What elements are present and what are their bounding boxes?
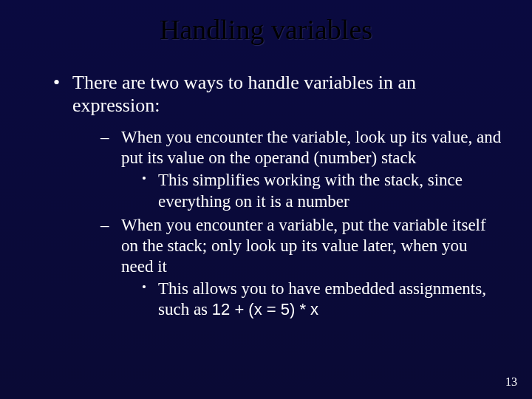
bullet-list-level2: When you encounter the variable, look up… [72,127,502,319]
page-number: 13 [505,375,517,389]
code-snippet: 12 + (x = 5) * x [212,300,318,318]
bullet-list-level3: This simplifies working with the stack, … [121,170,502,211]
list-item: This simplifies working with the stack, … [142,170,502,211]
bullet-text: This allows you to have embedded assignm… [158,279,486,318]
list-item: There are two ways to handle variables i… [53,71,502,320]
bullet-text: There are two ways to handle variables i… [72,72,416,116]
bullet-list-level3: This allows you to have embedded assignm… [121,279,502,320]
bullet-list-level1: There are two ways to handle variables i… [30,71,502,320]
list-item: This allows you to have embedded assignm… [142,279,502,320]
slide-title: Handling variables [30,13,502,46]
bullet-text: When you encounter a variable, put the v… [121,216,486,276]
bullet-text: This simplifies working with the stack, … [158,171,463,210]
slide: Handling variables There are two ways to… [0,0,532,399]
bullet-text: When you encounter the variable, look up… [121,128,501,167]
list-item: When you encounter a variable, put the v… [100,215,502,320]
list-item: When you encounter the variable, look up… [100,127,502,211]
